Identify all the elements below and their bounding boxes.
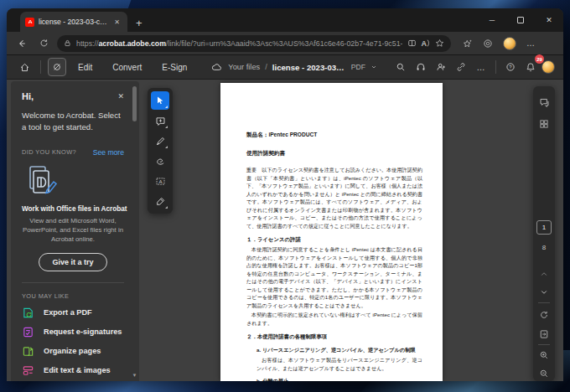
sidebar-item-request-esignatures[interactable]: Request e-signatures bbox=[22, 322, 124, 342]
address-bar: https://acrobat.adobe.com/link/file/?uri… bbox=[7, 32, 563, 54]
share-link-icon[interactable] bbox=[452, 58, 470, 76]
svg-text:?: ? bbox=[509, 64, 512, 70]
refresh-icon[interactable] bbox=[35, 35, 52, 52]
new-tab-button[interactable]: + bbox=[136, 18, 142, 28]
menu-esign[interactable]: E-Sign bbox=[153, 63, 195, 72]
doc-license-title: 使用許諾契約書 bbox=[246, 150, 422, 157]
breadcrumb: Your files / license - 2023-03… PDF bbox=[210, 58, 377, 76]
page-thumbnails-icon[interactable] bbox=[533, 116, 555, 132]
notification-badge: 29 bbox=[535, 54, 544, 64]
browser-settings-more-icon[interactable]: … bbox=[526, 39, 536, 48]
breadcrumb-your-files[interactable]: Your files bbox=[228, 63, 260, 71]
sidebar-item-organize-pages[interactable]: Organize pages bbox=[22, 342, 124, 361]
comments-panel-icon[interactable] bbox=[533, 95, 555, 110]
svg-text:A: A bbox=[158, 178, 163, 183]
doc-subsection-heading: a. リバースエンジニアリング、逆コンパイル、逆アセンブルの制限 bbox=[256, 347, 422, 354]
scroll-down-arrow-icon[interactable]: ▼ bbox=[132, 373, 137, 378]
previous-page-icon[interactable] bbox=[533, 266, 555, 281]
breadcrumb-separator: / bbox=[265, 63, 267, 71]
fill-sign-tool-button[interactable] bbox=[151, 192, 169, 210]
browser-toolbar-right: … bbox=[463, 37, 536, 50]
request-esignatures-icon bbox=[22, 326, 34, 338]
welcome-sidebar: Hi, ✕ Welcome to Acrobat. Select a tool … bbox=[11, 81, 139, 381]
zoom-out-icon[interactable] bbox=[533, 366, 555, 381]
office-files-icon bbox=[22, 165, 59, 199]
doc-section-heading: ２．本使用許諾書の各種制限事項 bbox=[246, 333, 422, 341]
url-text[interactable]: https://acrobat.adobe.com/link/file/?uri… bbox=[76, 39, 402, 48]
acrobat-header-right: … ? 29 bbox=[391, 58, 555, 76]
rotate-page-icon[interactable] bbox=[533, 307, 555, 322]
divider bbox=[538, 302, 550, 303]
tab-bar: license - 2023-03-combined.pdf ✕ + ─ ✕ bbox=[7, 8, 563, 32]
edit-text-images-icon bbox=[22, 364, 34, 377]
did-you-know-label: DID YOU KNOW? bbox=[22, 148, 76, 156]
add-text-box-tool-button[interactable]: A bbox=[151, 172, 169, 190]
file-format-label[interactable]: PDF bbox=[351, 63, 365, 71]
you-may-like-label: YOU MAY LIKE bbox=[22, 292, 124, 300]
minimize-button[interactable]: ─ bbox=[478, 8, 506, 32]
search-icon[interactable] bbox=[391, 58, 410, 76]
select-tool-button[interactable] bbox=[151, 91, 169, 110]
favorites-star-icon[interactable] bbox=[435, 39, 444, 48]
read-aloud-icon[interactable]: A bbox=[422, 39, 431, 48]
window-controls: ─ ✕ bbox=[478, 8, 563, 32]
tab-close-icon[interactable]: ✕ bbox=[111, 18, 122, 27]
maximize-button[interactable] bbox=[506, 8, 535, 32]
doc-paragraph: 本使用許諾契約に同意することを条件とし iPentec は本文書に記される目的の… bbox=[246, 245, 422, 309]
pdf-page[interactable]: 製品名：iPentec PRODUCT 使用許諾契約書 重要 以下のライセンス契… bbox=[220, 83, 443, 381]
give-it-a-try-button[interactable]: Give it a try bbox=[39, 253, 106, 271]
breadcrumb-file-name: license - 2023-03… bbox=[272, 63, 345, 72]
divider bbox=[495, 60, 496, 74]
highlight-pen-tool-button[interactable] bbox=[151, 132, 169, 150]
promo-title: Work with Office files in Acrobat bbox=[22, 205, 124, 213]
acrobat-profile-avatar[interactable] bbox=[542, 60, 555, 74]
back-icon[interactable] bbox=[13, 35, 30, 52]
welcome-text: Welcome to Acrobat. Select a tool to get… bbox=[22, 110, 124, 134]
cloud-icon bbox=[210, 58, 223, 76]
current-page-input[interactable]: 1 bbox=[536, 220, 552, 235]
menu-edit[interactable]: Edit bbox=[70, 63, 101, 72]
scrollbar-thumb[interactable] bbox=[132, 86, 137, 121]
close-window-button[interactable]: ✕ bbox=[535, 8, 563, 32]
notifications-bell-icon[interactable]: 29 bbox=[521, 58, 540, 76]
divider bbox=[40, 60, 41, 74]
help-icon[interactable]: ? bbox=[501, 58, 520, 76]
home-icon[interactable] bbox=[15, 58, 34, 76]
doc-subsection-heading: b. 分離の禁止 bbox=[256, 378, 422, 381]
sidebar-item-export-pdf[interactable]: Export a PDF bbox=[22, 303, 124, 322]
split-screen-icon[interactable] bbox=[407, 39, 417, 48]
sidebar-item-share[interactable]: Share bbox=[22, 380, 124, 381]
next-page-icon[interactable] bbox=[533, 285, 555, 300]
see-more-link[interactable]: See more bbox=[93, 148, 124, 157]
fit-page-icon[interactable] bbox=[533, 327, 555, 342]
office-promo-card: Work with Office files in Acrobat View a… bbox=[22, 165, 124, 271]
acrobat-header: Edit Convert E-Sign Your files / license… bbox=[7, 54, 563, 80]
tab-title: license - 2023-03-combined.pdf bbox=[39, 18, 107, 26]
zoom-in-icon[interactable] bbox=[533, 348, 555, 363]
browser-tab[interactable]: license - 2023-03-combined.pdf ✕ bbox=[20, 12, 127, 32]
chevron-down-icon[interactable] bbox=[370, 64, 377, 70]
divider bbox=[538, 344, 550, 345]
pdf-favicon-icon bbox=[25, 18, 34, 27]
quick-tools-palette: A bbox=[148, 88, 173, 214]
greeting-title: Hi, bbox=[22, 91, 34, 101]
url-field[interactable]: https://acrobat.adobe.com/link/file/?uri… bbox=[57, 35, 451, 52]
close-icon[interactable]: ✕ bbox=[117, 92, 124, 101]
invite-people-icon[interactable] bbox=[432, 58, 450, 76]
organize-pages-icon bbox=[22, 345, 34, 358]
read-aloud-headphones-icon[interactable] bbox=[412, 58, 430, 76]
lock-icon[interactable] bbox=[64, 39, 71, 47]
doc-product-title: 製品名：iPentec PRODUCT bbox=[246, 132, 422, 139]
sidebar-scrollbar[interactable]: ▼ bbox=[132, 85, 137, 378]
collections-star-icon[interactable] bbox=[463, 39, 473, 49]
more-tools-icon[interactable]: … bbox=[472, 58, 490, 76]
promo-description: View and edit Microsoft Word, PowerPoint… bbox=[22, 216, 124, 245]
add-comment-tool-button[interactable] bbox=[151, 111, 169, 130]
browser-essentials-icon[interactable] bbox=[483, 39, 493, 49]
browser-profile-avatar[interactable] bbox=[503, 37, 516, 50]
export-pdf-icon bbox=[22, 307, 34, 319]
menu-convert[interactable]: Convert bbox=[104, 63, 150, 72]
draw-lasso-tool-button[interactable] bbox=[151, 152, 169, 170]
all-tools-icon[interactable] bbox=[48, 58, 66, 76]
sidebar-item-edit-text-images[interactable]: Edit text & images bbox=[22, 361, 124, 380]
